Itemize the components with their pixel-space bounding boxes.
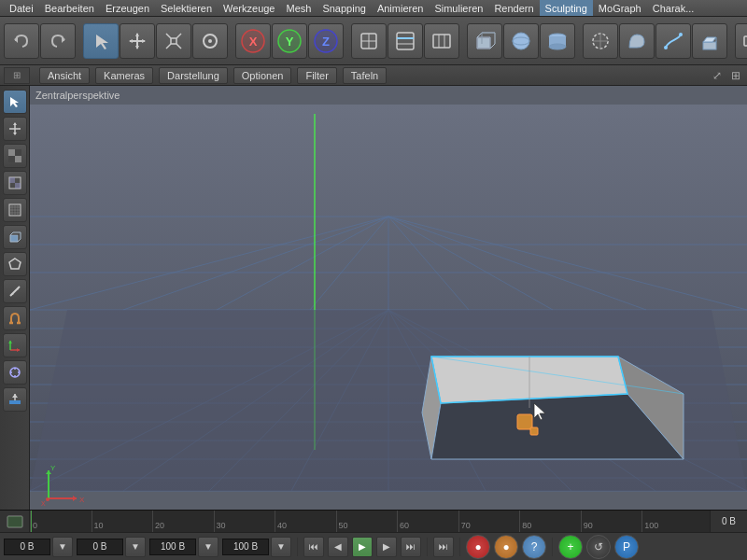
timeline-tick-100: 100	[641, 511, 658, 532]
checkerboard-tool[interactable]	[3, 144, 27, 168]
keyframe-options-button[interactable]: ↺	[586, 535, 611, 559]
poly-pen-button[interactable]	[351, 23, 387, 59]
menu-selektieren[interactable]: Selektieren	[155, 0, 218, 16]
menu-sculpting[interactable]: Sculpting	[540, 0, 593, 16]
options-menu-button[interactable]: Optionen	[233, 67, 292, 84]
spline-button[interactable]	[655, 23, 691, 59]
menubar: Datei Bearbeiten Erzeugen Selektieren We…	[0, 0, 747, 17]
svg-rect-8	[171, 38, 176, 44]
arrow-tool[interactable]	[3, 279, 27, 303]
svg-marker-4	[135, 33, 139, 36]
display-menu-button[interactable]: Darstellung	[159, 67, 228, 84]
field4-decrement[interactable]: ▼	[271, 537, 291, 557]
goto-start-button[interactable]: ⏮	[303, 537, 324, 557]
menu-datei[interactable]: Datei	[4, 0, 39, 16]
menu-mesh[interactable]: Mesh	[280, 0, 317, 16]
menu-rendern[interactable]: Rendern	[488, 0, 539, 16]
svg-line-12	[176, 44, 181, 49]
menu-mograph[interactable]: MoGraph	[593, 0, 647, 16]
menu-simulieren[interactable]: Simulieren	[429, 0, 488, 16]
record-button[interactable]: ●	[466, 535, 490, 559]
svg-point-45	[679, 33, 683, 36]
step-forward-button[interactable]: ▶	[376, 537, 397, 557]
frame-anim-button[interactable]	[424, 23, 459, 59]
sphere-button[interactable]	[503, 23, 539, 59]
svg-marker-94	[17, 348, 20, 352]
frame-end-input[interactable]	[149, 539, 196, 555]
redo-button[interactable]	[40, 23, 76, 59]
move-tool[interactable]	[3, 117, 27, 141]
field3-decrement[interactable]: ▼	[198, 537, 218, 557]
view-menu-button[interactable]: Ansicht	[39, 67, 90, 84]
camera-button[interactable]	[735, 23, 747, 59]
svg-marker-86	[9, 259, 21, 269]
goto-end2-button[interactable]: ⏭	[433, 537, 454, 557]
loop-sel-button[interactable]	[388, 23, 423, 59]
cube-button[interactable]	[467, 23, 502, 59]
undo-button[interactable]	[4, 23, 39, 59]
scale-button[interactable]	[156, 23, 191, 59]
sweep-button[interactable]	[619, 23, 655, 59]
axis-tool[interactable]	[3, 333, 27, 357]
menu-charak[interactable]: Charak...	[647, 0, 700, 16]
main-area: Zentralperspektive X Y X	[0, 86, 747, 510]
tafeln-menu-button[interactable]: Tafeln	[343, 67, 387, 84]
grid-icon[interactable]: ⊞	[728, 69, 743, 82]
frame-current-input[interactable]	[77, 539, 123, 555]
menu-snapping[interactable]: Snapping	[317, 0, 372, 16]
frame-start-input[interactable]	[4, 539, 50, 555]
play-forward-button[interactable]: ▶	[352, 537, 373, 557]
select-mode-button[interactable]	[83, 23, 119, 59]
field1-decrement[interactable]: ▼	[52, 537, 73, 557]
extrude-button[interactable]	[692, 23, 727, 59]
svg-marker-6	[129, 39, 133, 43]
svg-rect-157	[7, 516, 22, 527]
cylinder-button[interactable]	[540, 23, 575, 59]
timeline-track[interactable]: 0 10 20 30 40 50 60 70 80 90 100	[30, 511, 710, 532]
filter-menu-button[interactable]: Filter	[297, 67, 336, 84]
svg-line-9	[166, 34, 171, 38]
svg-text:Y: Y	[286, 35, 294, 49]
help-button[interactable]: ?	[522, 535, 546, 559]
field2-decrement[interactable]: ▼	[125, 537, 146, 557]
svg-rect-147	[530, 427, 538, 435]
timeline-tick-40: 40	[275, 511, 287, 532]
menu-werkzeuge[interactable]: Werkzeuge	[218, 0, 280, 16]
menu-bearbeiten[interactable]: Bearbeiten	[39, 0, 100, 16]
transport-field-4: ▼	[222, 537, 291, 557]
expand-icon[interactable]: ⤢	[710, 69, 725, 82]
cameras-menu-button[interactable]: Kameras	[95, 67, 153, 84]
svg-marker-103	[12, 394, 18, 398]
display-tool[interactable]	[3, 198, 27, 222]
svg-point-44	[664, 46, 668, 49]
poly-tool[interactable]	[3, 252, 27, 276]
viewport[interactable]: Zentralperspektive X Y X	[30, 86, 747, 510]
left-tool-panel	[0, 86, 30, 510]
magnet-tool[interactable]	[3, 306, 27, 330]
svg-text:Z: Z	[322, 35, 330, 49]
axis-y-button[interactable]: Y	[272, 23, 307, 59]
viewport-toolbar: ⊞ Ansicht Kameras Darstellung Optionen F…	[0, 65, 747, 86]
svg-text:X: X	[249, 35, 258, 49]
axis-x-button[interactable]: X	[235, 23, 271, 59]
cube-3d-tool[interactable]	[3, 225, 27, 249]
goto-end-button[interactable]: ⏭	[401, 537, 421, 557]
frame-preview-input[interactable]	[222, 539, 269, 555]
add-keyframe-button[interactable]: +	[558, 535, 583, 559]
snap-tool[interactable]	[3, 360, 27, 385]
menu-erzeugen[interactable]: Erzeugen	[100, 0, 155, 16]
move-button[interactable]	[120, 23, 155, 59]
rotate-button[interactable]	[192, 23, 228, 59]
floor2-tool[interactable]	[3, 387, 27, 412]
step-back-button[interactable]: ◀	[328, 537, 348, 557]
autokey-button[interactable]: ●	[494, 535, 518, 559]
svg-marker-7	[142, 39, 146, 43]
svg-rect-74	[15, 183, 21, 189]
menu-animieren[interactable]: Animieren	[372, 0, 430, 16]
svg-marker-5	[135, 46, 139, 49]
motion-button[interactable]: P	[614, 535, 639, 559]
floor-tool[interactable]	[3, 171, 27, 195]
axis-z-button[interactable]: Z	[308, 23, 344, 59]
null-button[interactable]	[583, 23, 618, 59]
pointer-tool[interactable]	[3, 90, 27, 114]
